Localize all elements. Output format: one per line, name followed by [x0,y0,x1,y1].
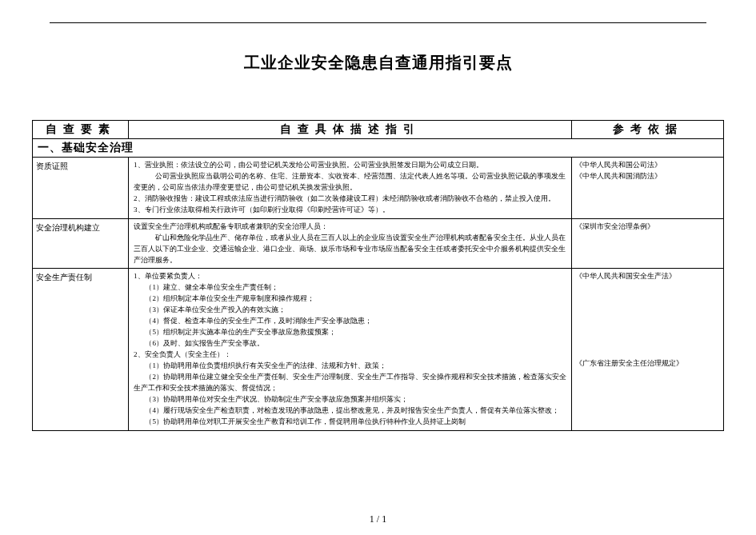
row-3-desc: 1、单位要紧负责人： （1）建立、健全本单位安全生产责任制； （2）组织制定本单… [129,269,572,430]
row-2-desc: 设置安全生产治理机构或配备专职或者兼职的安全治理人员： 矿山和危险化学品生产、储… [129,218,572,269]
top-rule [50,22,706,23]
row-1-desc-line: 2、消防验收报告：建设工程或依法应当进行消防验收（如二次装修建设工程）未经消防验… [134,194,566,205]
main-table: 自查要素 自查具体描述指引 参考依据 一、基础安全治理 资质证照 1、营业执照：… [32,120,724,431]
row-2-desc-line: 设置安全生产治理机构或配备专职或者兼职的安全治理人员： [134,222,566,233]
row-1-desc: 1、营业执照：依法设立的公司，由公司登记机关发给公司营业执照。公司营业执照签发日… [129,158,572,219]
row-1-desc-line: 3、专门行业依法取得相关行政许可（如印刷行业取得《印刷经营许可证》等）。 [134,205,566,216]
table-header-row: 自查要素 自查具体描述指引 参考依据 [33,121,724,139]
page-number: 1 / 1 [0,513,756,525]
row-3-desc-line: （1）建立、健全本单位安全生产责任制； [134,282,566,293]
row-3-desc-line: （4）督促、检查本单位的安全生产工作，及时消除生产安全事故隐患； [134,316,566,327]
row-3-desc-line: （3）协助聘用单位对安全生产状况、协助制定生产安全事故应急预案并组织落实； [134,394,566,405]
table-row: 安全生产责任制 1、单位要紧负责人： （1）建立、健全本单位安全生产责任制； （… [33,269,724,430]
row-2-ref: 《深圳市安全治理条例》 [572,218,724,269]
row-3-ref: 《中华人民共和国安全生产法》 《广东省注册安全主任治理规定》 [572,269,724,430]
row-3-desc-line: 1、单位要紧负责人： [134,271,566,282]
section-1-row: 一、基础安全治理 [33,139,724,158]
row-3-desc-line: （4）履行现场安全生产检查职责，对检查发现的事故隐患，提出整改意见，并及时报告安… [134,405,566,417]
page: 工业企业安全隐患自查通用指引要点 自查要素 自查具体描述指引 参考依据 一、基础… [0,0,756,535]
row-3-desc-line: （2）组织制定本单位安全生产规章制度和操作规程； [134,293,566,305]
section-1-title: 一、基础安全治理 [33,139,724,158]
ref-spacer [575,282,720,358]
row-3-desc-line: （6）及时、如实报告生产安全事故。 [134,338,566,349]
row-3-desc-line: （3）保证本单位安全生产投入的有效实施； [134,305,566,316]
row-3-desc-line: 2、安全负责人（安全主任）： [134,349,566,361]
row-3-ref-line: 《广东省注册安全主任治理规定》 [575,358,720,369]
row-2-desc-line: 矿山和危险化学品生产、储存单位，或者从业人员在三百人以上的企业应当设置安全生产治… [134,233,566,266]
header-col-reference: 参考依据 [572,121,724,139]
row-1-ref-line: 《中华人民共和国公司法》 [575,160,720,171]
row-1-desc-line: 1、营业执照：依法设立的公司，由公司登记机关发给公司营业执照。公司营业执照签发日… [134,160,566,171]
row-1-ref-line: 《中华人民共和国消防法》 [575,171,720,182]
row-1-ref: 《中华人民共和国公司法》 《中华人民共和国消防法》 [572,158,724,219]
table-row: 资质证照 1、营业执照：依法设立的公司，由公司登记机关发给公司营业执照。公司营业… [33,158,724,219]
row-3-desc-line: （5）组织制定并实施本单位的生产安全事故应急救援预案； [134,327,566,338]
row-3-desc-line: （1）协助聘用单位负责组织执行有关安全生产的法律、法规和方针、政策； [134,361,566,372]
row-1-desc-line: 公司营业执照应当载明公司的名称、住宅、注册资本、实收资本、经营范围、法定代表人姓… [134,171,566,194]
row-3-desc-line: （2）协助聘用单位建立健全安全生产责任制、安全生产治理制度、安全生产工作指导、安… [134,372,566,394]
row-2-ref-line: 《深圳市安全治理条例》 [575,222,720,233]
row-3-ref-line: 《中华人民共和国安全生产法》 [575,271,720,282]
document-title: 工业企业安全隐患自查通用指引要点 [32,52,724,74]
row-3-desc-line: （5）协助聘用单位对职工开展安全生产教育和培训工作，督促聘用单位执行特种作业人员… [134,417,566,428]
row-3-label: 安全生产责任制 [33,269,129,430]
header-col-element: 自查要素 [33,121,129,139]
row-1-label: 资质证照 [33,158,129,219]
header-col-description: 自查具体描述指引 [129,121,572,139]
row-2-label: 安全治理机构建立 [33,218,129,269]
table-row: 安全治理机构建立 设置安全生产治理机构或配备专职或者兼职的安全治理人员： 矿山和… [33,218,724,269]
